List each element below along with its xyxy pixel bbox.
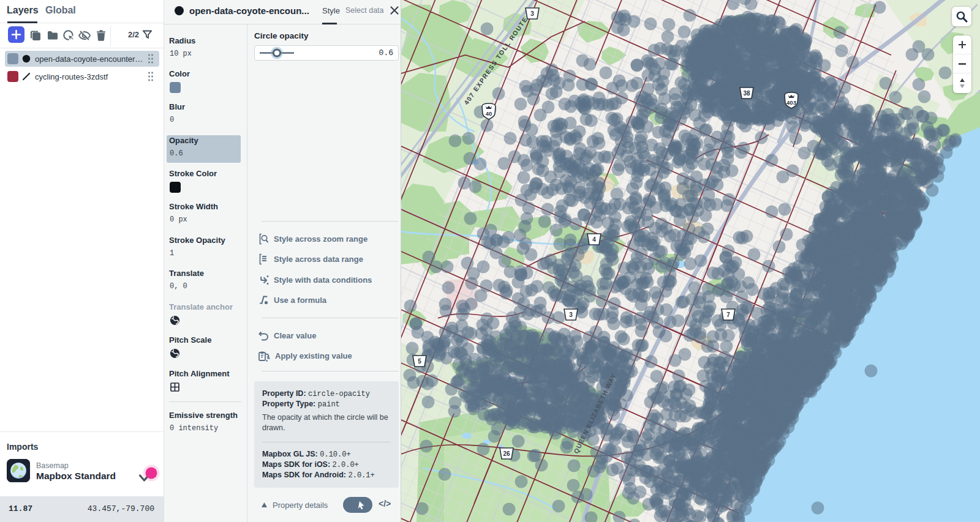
svg-text:403: 403: [786, 99, 796, 106]
svg-text:7: 7: [726, 311, 730, 318]
svg-text:3: 3: [569, 311, 573, 318]
svg-text:3: 3: [530, 10, 534, 17]
svg-text:40: 40: [486, 110, 492, 117]
svg-text:4: 4: [592, 236, 596, 243]
svg-text:5: 5: [418, 358, 421, 365]
svg-text:26: 26: [503, 450, 510, 457]
svg-text:38: 38: [743, 90, 750, 97]
